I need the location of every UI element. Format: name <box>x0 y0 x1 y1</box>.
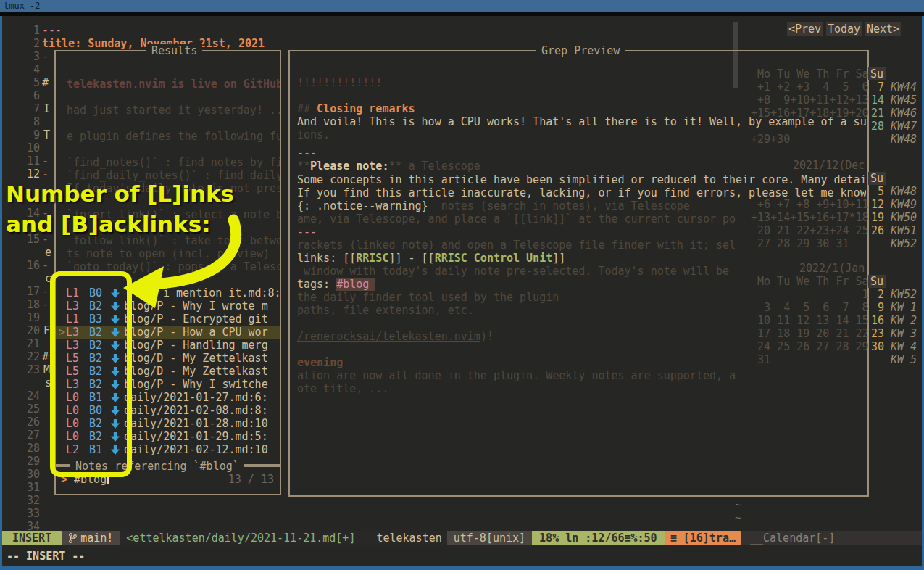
preview-text: {: .notice--warning} <box>297 199 428 212</box>
mode-badge: INSERT <box>2 531 62 545</box>
ghost-buffer-line: e plugin defines the following fun <box>67 130 280 143</box>
calendar-next-button[interactable]: Next> <box>865 22 901 36</box>
plugin-name: telekasten <box>371 531 446 545</box>
tmux-titlebar: tmux -2 <box>0 0 924 12</box>
line-number: 32 <box>8 494 40 507</box>
buffer-text-fragment: - <box>42 259 49 272</box>
line-number: 30 <box>8 468 40 481</box>
calendar-day[interactable]: 9 <box>868 301 884 314</box>
ghost-buffer-line: telekasten.nvim is live on GitHub! <box>67 78 280 91</box>
line-number: 25 <box>8 402 40 416</box>
result-note-title: blog/P - Handling merg <box>124 339 268 352</box>
tmux-window: tmux -2 --- title: Sunday, November 21st… <box>0 0 924 570</box>
preview-line: ation are now all done in the plugin. We… <box>297 369 736 382</box>
calendar-statusline: __Calendar[-] <box>741 531 922 545</box>
preview-text: Closing remarks <box>317 102 415 115</box>
git-branch-icon <box>69 533 77 543</box>
calendar-day[interactable]: 2 <box>868 288 884 301</box>
preview-line: --- <box>297 146 317 160</box>
buffer-text-fragment: - <box>42 285 49 298</box>
line-number: 23 <box>8 363 40 376</box>
line-number: 10 <box>8 141 40 154</box>
calendar-grid-row: +29+30 <box>751 133 790 146</box>
calendar-day[interactable]: 19 <box>868 211 884 224</box>
preview-text: !!!!!!!!!!!!! <box>297 76 382 89</box>
preview-line: Some concepts in this article have been … <box>297 173 866 186</box>
terminal: --- title: Sunday, November 21st, 2021 <… <box>2 16 922 566</box>
preview-text: --- <box>297 226 317 239</box>
line-number: 33 <box>8 507 40 520</box>
line-number: 9 <box>8 128 40 141</box>
calendar-day[interactable]: 7 <box>868 80 884 94</box>
preview-line: evening <box>297 356 343 369</box>
calendar-week-number: KW51 <box>891 224 917 237</box>
preview-text: --- <box>297 146 317 160</box>
position-segment: 18% ln :12/66≡%:50 <box>532 531 665 545</box>
preview-line: --- <box>297 226 317 239</box>
git-branch-segment: main! <box>62 531 120 545</box>
result-note-title: blog/P - How a CPU wor <box>124 326 268 339</box>
preview-line: paths, file extension, etc. <box>297 304 474 317</box>
preview-line: /renerocksai/telekasten.nvim)! <box>297 330 494 343</box>
preview-text: paths, file extension, etc. <box>297 304 474 317</box>
mode-message: -- INSERT -- <box>7 550 85 563</box>
line-number: 16 <box>8 259 40 272</box>
git-branch-label: main! <box>80 531 113 545</box>
preview-text: Please note: <box>310 160 388 173</box>
preview-text: Some concepts in this article have been … <box>297 173 866 186</box>
calendar-day[interactable]: 23 <box>868 327 884 340</box>
buffer-text-fragment: - <box>42 50 49 63</box>
preview-line: the daily finder tool used by the plugin <box>297 291 559 304</box>
calendar-day[interactable]: 14 <box>868 94 884 107</box>
encoding-segment: utf-8[unix] <box>447 531 532 545</box>
result-note-title: daily/2021-02-08.md:8: <box>124 404 268 417</box>
calendar-grid-row: 27 28 29 30 31 <box>751 237 849 250</box>
line-number: 22 <box>8 350 40 363</box>
buffer-line-frontmatter: --- <box>42 24 62 37</box>
calendar-day[interactable]: 30 <box>868 340 884 353</box>
preview-text: ** <box>388 160 401 173</box>
calendar-grid-row: 31 <box>751 353 770 366</box>
buffer-text-fragment: M <box>43 363 50 376</box>
calendar-sunday-header: Su <box>868 67 886 80</box>
preview-text: a Telescope <box>402 160 480 173</box>
preview-text: ]] <box>552 252 565 265</box>
calendar-today-button[interactable]: Today <box>826 22 862 36</box>
calendar-week-number: KW44 <box>891 80 917 94</box>
line-number: 2 <box>8 37 40 50</box>
filename-segment: <ettelkasten/daily/2021-11-21.md[+] <box>120 531 361 545</box>
calendar-day[interactable]: 21 <box>868 107 884 120</box>
result-note-title: daily/2021-01-28.md:10 <box>124 417 268 430</box>
calendar-grid-row: +6 +7 +8 +9+10+11 <box>751 198 869 211</box>
calendar-week-number: KW 3 <box>891 327 917 340</box>
calendar-day[interactable]: 16 <box>868 314 884 327</box>
line-number: 28 <box>8 442 40 455</box>
buffer-text-fragment: T <box>43 128 50 141</box>
empty-line-tilde: ~ <box>735 498 741 511</box>
calendar-grid-row: +1 +2 +3 4 5 6 <box>751 80 869 94</box>
preview-text: ation are now all done in the plugin. We… <box>297 369 736 382</box>
calendar-grid-row: 20 21 22+23+24 25 <box>751 224 869 237</box>
calendar-day[interactable]: 26 <box>868 224 884 237</box>
preview-text: ** <box>297 160 310 173</box>
preview-text: )! <box>480 330 494 343</box>
line-number: 31 <box>8 481 40 494</box>
line-number: 34 <box>8 520 40 533</box>
preview-line: ote title, ... <box>297 382 388 395</box>
calendar-day[interactable]: 28 <box>868 120 884 133</box>
calendar-day[interactable]: 5 <box>868 185 884 198</box>
calendar-day[interactable]: 12 <box>868 198 884 211</box>
tmux-title: tmux -2 <box>4 1 41 11</box>
line-number: 7 <box>8 102 40 115</box>
calendar-grid-row: +8 9+10+11+12+13 <box>751 94 869 107</box>
preview-line: ## Closing remarks <box>297 102 415 115</box>
calendar-prev-button[interactable]: <Prev <box>787 22 823 36</box>
preview-text: rackets (linked note) and open a Telesco… <box>297 239 736 252</box>
calendar-grid-row: +13+14+15+16+17*18 <box>751 211 869 224</box>
calendar-grid-row: 10 11 12 13 14 15 <box>751 314 869 327</box>
wiki-link: RRISC <box>356 252 388 265</box>
line-number: 19 <box>8 311 40 324</box>
result-note-title: blog/D - My Zettelkast <box>124 365 268 378</box>
preview-text: ## <box>297 102 317 115</box>
calendar-week-number: KW52 <box>891 288 917 301</box>
